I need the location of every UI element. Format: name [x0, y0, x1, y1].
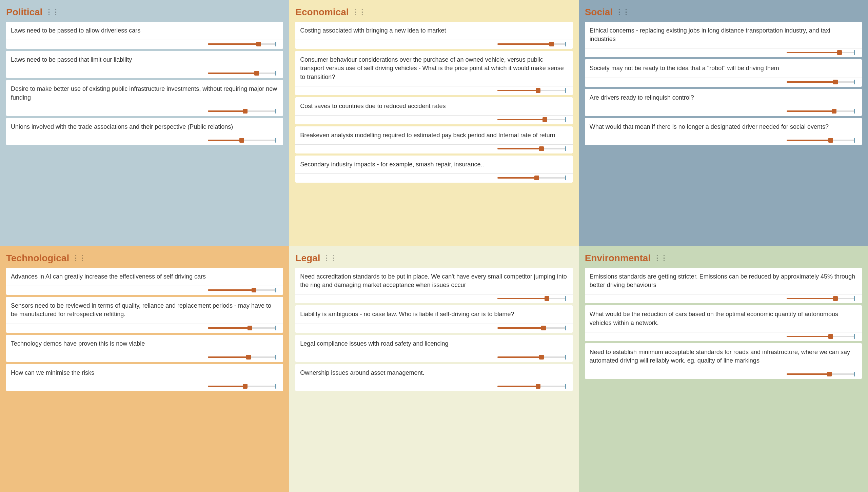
- environmental-card-1[interactable]: What would be the reduction of cars base…: [585, 305, 862, 341]
- environmental-card-2-slider-track[interactable]: [787, 373, 854, 375]
- technological-card-3-slider-fill: [208, 386, 245, 387]
- economical-title-text: Economical: [295, 7, 349, 18]
- technological-card-0-slider-handle[interactable]: [252, 288, 256, 292]
- political-card-2-slider-handle[interactable]: [243, 109, 248, 114]
- technological-card-3[interactable]: How can we minimise the risks: [6, 364, 283, 391]
- social-card-2-slider-handle[interactable]: [832, 109, 836, 114]
- environmental-card-1-slider-end-marker: [854, 334, 855, 339]
- economical-card-1[interactable]: Consumer behaviour considerations over t…: [295, 51, 572, 95]
- technological-card-0[interactable]: Advances in AI can greatly increase the …: [6, 268, 283, 295]
- legal-card-0-slider-handle[interactable]: [545, 296, 549, 301]
- legal-card-3[interactable]: Ownership issues around asset management…: [295, 364, 572, 391]
- economical-drag-dots[interactable]: ⋮⋮: [352, 8, 365, 17]
- environmental-card-2-slider-handle[interactable]: [827, 372, 832, 376]
- economical-card-4-slider-fill: [497, 177, 537, 179]
- environmental-drag-dots[interactable]: ⋮⋮: [653, 254, 667, 263]
- social-card-0-slider-track[interactable]: [787, 52, 854, 53]
- legal-card-0[interactable]: Need accreditation standards to be put i…: [295, 268, 572, 303]
- political-card-3-text: Unions involved with the trade associati…: [11, 123, 278, 131]
- main-grid: Political ⋮⋮Laws need to be passed to al…: [0, 0, 868, 492]
- technological-card-2[interactable]: Technology demos have proven this is now…: [6, 335, 283, 362]
- technological-card-1-slider-track[interactable]: [208, 327, 276, 329]
- political-card-1-slider-handle[interactable]: [254, 71, 259, 76]
- economical-card-0-slider-end-marker: [565, 42, 566, 46]
- economical-card-3-slider-track[interactable]: [497, 148, 565, 149]
- economical-card-2-slider-handle[interactable]: [542, 117, 547, 122]
- economical-card-4-slider-handle[interactable]: [534, 176, 539, 180]
- environmental-card-1-slider-handle[interactable]: [828, 334, 833, 339]
- political-card-0-slider-end-marker: [275, 42, 276, 46]
- legal-card-2-slider-track[interactable]: [497, 356, 565, 358]
- legal-card-0-slider-track[interactable]: [497, 298, 565, 299]
- economical-card-3[interactable]: Breakeven analysis modelling required to…: [295, 126, 572, 153]
- technological-card-2-slider-track[interactable]: [208, 356, 276, 358]
- political-card-2-slider-track[interactable]: [208, 110, 276, 112]
- social-card-3-divider: [585, 136, 862, 136]
- economical-card-1-slider-track[interactable]: [497, 90, 565, 91]
- social-card-3-slider-track[interactable]: [787, 140, 854, 141]
- legal-card-3-slider-handle[interactable]: [536, 384, 540, 389]
- social-card-1-slider-handle[interactable]: [833, 80, 838, 84]
- political-card-3-slider-track[interactable]: [208, 140, 276, 141]
- technological-card-2-text: Technology demos have proven this is now…: [11, 340, 278, 348]
- environmental-card-2[interactable]: Need to establish minimum acceptable sta…: [585, 343, 862, 379]
- environmental-card-0-slider-track[interactable]: [787, 298, 854, 299]
- legal-card-2-slider-handle[interactable]: [539, 355, 544, 360]
- economical-card-4[interactable]: Secondary industry impacts - for example…: [295, 156, 572, 183]
- legal-card-1-slider-track[interactable]: [497, 327, 565, 329]
- economical-card-0[interactable]: Costing associated with bringing a new i…: [295, 22, 572, 49]
- political-card-0-slider-track[interactable]: [208, 43, 276, 45]
- technological-card-1[interactable]: Sensors need to be reviewed in terms of …: [6, 297, 283, 332]
- technological-card-3-slider-handle[interactable]: [243, 384, 248, 389]
- economical-card-2-slider-track[interactable]: [497, 119, 565, 120]
- environmental-card-1-slider-track[interactable]: [787, 336, 854, 337]
- technological-title-text: Technological: [6, 253, 69, 264]
- legal-card-2[interactable]: Legal compliance issues with road safety…: [295, 335, 572, 362]
- legal-card-1[interactable]: Liability is ambiguous - no case law. Wh…: [295, 305, 572, 332]
- economical-card-3-slider-handle[interactable]: [539, 146, 544, 151]
- political-card-3-slider-container: [11, 140, 278, 142]
- social-card-3-slider-handle[interactable]: [828, 138, 833, 143]
- social-card-0-slider-handle[interactable]: [837, 50, 842, 55]
- legal-drag-dots[interactable]: ⋮⋮: [323, 254, 336, 263]
- legal-card-1-slider-handle[interactable]: [541, 326, 546, 330]
- legal-card-1-divider: [295, 324, 572, 324]
- political-card-0-slider-handle[interactable]: [256, 42, 261, 46]
- political-card-2[interactable]: Desire to make better use of existing pu…: [6, 80, 283, 116]
- economical-card-2[interactable]: Cost saves to countries due to reduced a…: [295, 97, 572, 124]
- economical-card-4-slider-track[interactable]: [497, 177, 565, 179]
- technological-card-1-slider-handle[interactable]: [248, 326, 252, 330]
- legal-card-3-slider-track[interactable]: [497, 386, 565, 387]
- category-legal: Legal ⋮⋮Need accreditation standards to …: [289, 246, 578, 492]
- technological-drag-dots[interactable]: ⋮⋮: [72, 254, 85, 263]
- technological-card-2-slider-handle[interactable]: [246, 355, 251, 360]
- social-card-2-slider-track[interactable]: [787, 110, 854, 112]
- social-card-1-slider-track[interactable]: [787, 81, 854, 83]
- political-card-3[interactable]: Unions involved with the trade associati…: [6, 118, 283, 145]
- political-card-1-slider-track[interactable]: [208, 73, 276, 74]
- environmental-card-0-slider-handle[interactable]: [833, 296, 838, 301]
- economical-card-3-slider-fill: [497, 148, 541, 149]
- environmental-card-1-divider: [585, 332, 862, 332]
- political-card-1[interactable]: Laws need to be passed that limit our li…: [6, 51, 283, 78]
- economical-card-0-slider-track[interactable]: [497, 43, 565, 45]
- political-card-1-slider-container: [11, 73, 278, 75]
- economical-card-0-slider-handle[interactable]: [549, 42, 554, 46]
- social-card-0[interactable]: Ethical concerns - replacing existing jo…: [585, 22, 862, 57]
- political-card-0[interactable]: Laws need to be passed to allow driverle…: [6, 22, 283, 49]
- social-card-3[interactable]: What would that mean if there is no long…: [585, 118, 862, 145]
- legal-card-1-slider-end-marker: [565, 326, 566, 330]
- category-social: Social ⋮⋮Ethical concerns - replacing ex…: [579, 0, 868, 246]
- legal-card-2-text: Legal compliance issues with road safety…: [300, 340, 568, 348]
- political-title: Political ⋮⋮: [6, 7, 283, 18]
- social-card-1[interactable]: Society may not be ready to the idea tha…: [585, 59, 862, 86]
- social-card-2[interactable]: Are drivers ready to relinquish control?: [585, 89, 862, 116]
- political-card-3-slider-handle[interactable]: [239, 138, 244, 143]
- social-card-2-slider-end-marker: [854, 109, 855, 114]
- environmental-card-0[interactable]: Emissions standards are getting stricter…: [585, 268, 862, 303]
- technological-card-0-slider-track[interactable]: [208, 289, 276, 291]
- economical-card-1-slider-handle[interactable]: [536, 88, 540, 93]
- political-drag-dots[interactable]: ⋮⋮: [45, 8, 59, 17]
- social-drag-dots[interactable]: ⋮⋮: [615, 8, 629, 17]
- technological-card-3-slider-track[interactable]: [208, 386, 276, 387]
